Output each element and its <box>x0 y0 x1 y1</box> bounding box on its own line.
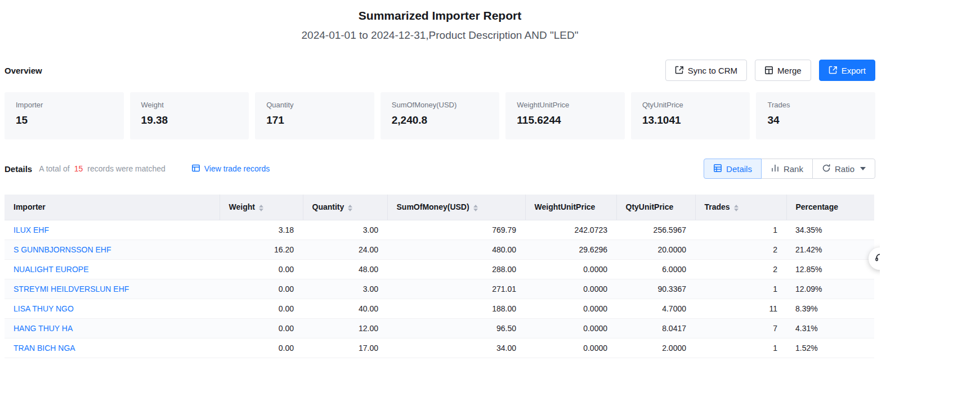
cell-percentage: 21.42% <box>786 240 874 259</box>
importer-link[interactable]: NUALIGHT EUROPE <box>14 265 89 274</box>
view-trade-records-label: View trade records <box>204 164 270 173</box>
importer-link[interactable]: STREYMI HEILDVERSLUN EHF <box>14 284 129 293</box>
stat-card: Quantity171 <box>255 92 374 139</box>
importer-link[interactable]: ILUX EHF <box>14 225 49 234</box>
chevron-down-icon <box>860 167 866 170</box>
table-header-row: ImporterWeightQuantitySumOfMoney(USD)Wei… <box>5 195 874 220</box>
stat-card: Trades34 <box>756 92 875 139</box>
stat-card: Weight19.38 <box>130 92 249 139</box>
stat-value: 15 <box>16 114 113 127</box>
column-label: QtyUnitPrice <box>626 202 674 211</box>
table-body: ILUX EHF3.183.00769.79242.0723256.596713… <box>5 220 874 358</box>
page-title: Summarized Importer Report <box>5 9 875 22</box>
stat-card: QtyUnitPrice13.1041 <box>631 92 750 139</box>
cell-weight-unit-price: 0.0000 <box>525 318 616 338</box>
sort-toggle-icon[interactable] <box>473 205 478 211</box>
sync-to-crm-icon <box>675 66 684 75</box>
importer-link[interactable]: HANG THUY HA <box>14 324 73 333</box>
column-header-quantity[interactable]: Quantity <box>303 195 387 220</box>
cell-weight-unit-price: 0.0000 <box>525 338 616 358</box>
cell-sum-of-money-usd: 288.00 <box>387 259 525 279</box>
report-page: Summarized Importer Report 2024-01-01 to… <box>0 9 880 358</box>
cell-weight-unit-price: 0.0000 <box>525 259 616 279</box>
caret-up-icon <box>473 205 478 207</box>
cell-percentage: 12.09% <box>786 279 874 299</box>
column-label: Importer <box>14 202 46 211</box>
cell-trades: 2 <box>695 259 786 279</box>
sort-toggle-icon[interactable] <box>259 205 263 211</box>
tab-rank-label: Rank <box>784 164 803 174</box>
cell-sum-of-money-usd: 480.00 <box>387 240 525 259</box>
column-header-importer: Importer <box>5 195 220 220</box>
caret-down-icon <box>259 209 263 211</box>
cell-weight-unit-price: 0.0000 <box>525 279 616 299</box>
details-label: Details <box>5 164 32 174</box>
cell-trades: 11 <box>695 299 786 318</box>
cell-quantity: 3.00 <box>303 220 387 240</box>
stat-label: SumOfMoney(USD) <box>392 101 489 109</box>
cell-trades: 1 <box>695 338 786 358</box>
tab-details[interactable]: Details <box>704 159 762 179</box>
stat-label: QtyUnitPrice <box>642 101 739 109</box>
cell-weight: 0.00 <box>220 259 303 279</box>
cell-percentage: 12.85% <box>786 259 874 279</box>
tab-rank[interactable]: Rank <box>761 159 813 179</box>
column-label: Quantity <box>312 202 344 211</box>
ratio-icon <box>822 164 831 174</box>
cell-percentage: 8.39% <box>786 299 874 318</box>
importer-link[interactable]: LISA THUY NGO <box>14 304 74 313</box>
importer-link[interactable]: S GUNNBJORNSSON EHF <box>14 245 111 254</box>
column-header-weight-unit-price: WeightUnitPrice <box>525 195 616 220</box>
cell-quantity: 12.00 <box>303 318 387 338</box>
table-row: STREYMI HEILDVERSLUN EHF0.003.00271.010.… <box>5 279 874 299</box>
merge-button[interactable]: Merge <box>755 60 811 81</box>
cell-sum-of-money-usd: 769.79 <box>387 220 525 240</box>
stat-card: Importer15 <box>5 92 124 139</box>
page-viewport: Summarized Importer Report 2024-01-01 to… <box>0 0 880 402</box>
column-header-sum-of-money-usd[interactable]: SumOfMoney(USD) <box>387 195 525 220</box>
cell-weight: 16.20 <box>220 240 303 259</box>
cell-percentage: 4.31% <box>786 318 874 338</box>
summary-suffix: records were matched <box>87 164 165 173</box>
cell-sum-of-money-usd: 188.00 <box>387 299 525 318</box>
cell-importer: TRAN BICH NGA <box>5 338 220 358</box>
column-header-trades[interactable]: Trades <box>695 195 786 220</box>
cell-weight: 3.18 <box>220 220 303 240</box>
trade-records-icon <box>191 164 200 174</box>
column-label: Weight <box>229 202 255 211</box>
export-icon <box>829 66 838 75</box>
cell-weight-unit-price: 29.6296 <box>525 240 616 259</box>
importer-link[interactable]: TRAN BICH NGA <box>14 344 75 353</box>
stat-value: 2,240.8 <box>392 114 489 127</box>
cell-sum-of-money-usd: 96.50 <box>387 318 525 338</box>
details-bar: Details A total of 15 records were match… <box>5 159 875 179</box>
match-count: 15 <box>73 164 85 173</box>
caret-up-icon <box>734 205 739 207</box>
column-header-weight[interactable]: Weight <box>220 195 303 220</box>
cell-weight: 0.00 <box>220 338 303 358</box>
stat-card: SumOfMoney(USD)2,240.8 <box>381 92 500 139</box>
stat-card: WeightUnitPrice115.6244 <box>505 92 625 139</box>
cell-importer: STREYMI HEILDVERSLUN EHF <box>5 279 220 299</box>
cell-qty-unit-price: 4.7000 <box>616 299 695 318</box>
cell-quantity: 48.00 <box>303 259 387 279</box>
sort-toggle-icon[interactable] <box>734 205 739 211</box>
caret-down-icon <box>473 209 478 211</box>
export-button[interactable]: Export <box>819 60 875 81</box>
cell-trades: 2 <box>695 240 786 259</box>
sort-toggle-icon[interactable] <box>348 205 352 211</box>
stat-label: Quantity <box>266 101 363 109</box>
details-summary: A total of 15 records were matched <box>39 164 165 173</box>
tab-ratio-label: Ratio <box>835 164 854 174</box>
stat-value: 171 <box>266 114 363 127</box>
page-subtitle: 2024-01-01 to 2024-12-31,Product Descrip… <box>5 29 875 42</box>
cell-importer: NUALIGHT EUROPE <box>5 259 220 279</box>
merge-label: Merge <box>777 66 802 75</box>
tab-ratio[interactable]: Ratio <box>812 159 875 179</box>
summary-prefix: A total of <box>39 164 69 173</box>
caret-up-icon <box>348 205 352 207</box>
sync-to-crm-button[interactable]: Sync to CRM <box>665 60 747 81</box>
details-tab-icon <box>713 164 722 174</box>
view-trade-records-link[interactable]: View trade records <box>191 164 270 174</box>
table-row: ILUX EHF3.183.00769.79242.0723256.596713… <box>5 220 874 240</box>
